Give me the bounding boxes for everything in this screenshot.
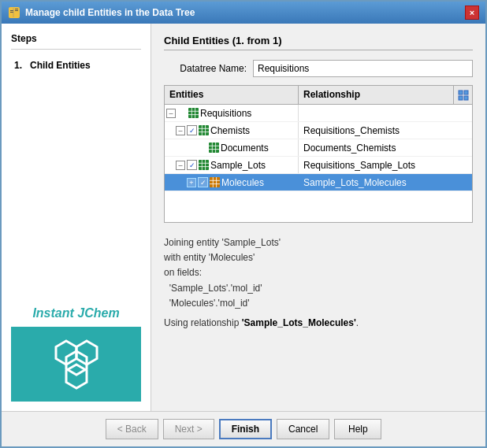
svg-rect-14	[188, 108, 199, 118]
svg-rect-11	[464, 91, 468, 94]
main-content: Child Entities (1. from 1) Datatree Name…	[151, 24, 485, 411]
svg-rect-10	[459, 91, 463, 94]
brand-text: Instant JChem	[11, 306, 141, 327]
brand-hex-icon	[49, 337, 104, 392]
info-line-1: Joining entity 'Sample_Lots'	[164, 235, 473, 250]
svg-rect-12	[459, 96, 463, 100]
info-line-3: on fields:	[164, 265, 473, 280]
svg-rect-24	[209, 143, 219, 153]
expand-btn[interactable]: –	[176, 161, 185, 170]
sidebar-brand: Instant JChem	[11, 298, 141, 402]
svg-rect-2	[10, 12, 13, 13]
next-button[interactable]: Next >	[163, 419, 214, 439]
col-entities: Entities	[165, 86, 299, 104]
help-button[interactable]: Help	[334, 419, 381, 439]
info-line-7: Using relationship 'Sample_Lots_Molecule…	[164, 316, 473, 331]
info-line-2: with entity 'Molecules'	[164, 250, 473, 265]
svg-rect-1	[10, 10, 13, 11]
title-bar: Manage child Entities in the Data Tree ×	[2, 2, 485, 24]
steps-title: Steps	[11, 33, 141, 50]
brand-logo	[11, 327, 141, 402]
tree-cell-entities: – ✓ Chemists	[165, 122, 299, 139]
checkbox[interactable]: ✓	[198, 177, 208, 187]
sidebar: Steps 1. Child Entities Instant JChem	[2, 24, 151, 411]
tree-row[interactable]: Documents Documents_Chemists	[165, 139, 472, 157]
dialog-title: Manage child Entities in the Data Tree	[25, 7, 195, 18]
dialog-footer: < Back Next > Finish Cancel Help	[2, 411, 485, 446]
entity-name: Documents	[221, 143, 269, 154]
tree-icon-btn[interactable]	[453, 86, 472, 104]
sidebar-step-child-entities: 1. Child Entities	[11, 57, 141, 73]
datatree-label: Datatree Name:	[164, 63, 247, 74]
svg-rect-3	[15, 9, 18, 9]
entity-name: Chemists	[210, 125, 250, 136]
tree-cell-entities: – ✓ Sample_Lots	[165, 157, 299, 173]
tree-row[interactable]: – Requisitions	[165, 105, 472, 122]
tree-cell-relationship	[299, 105, 472, 121]
info-line-5: 'Molecules'.'mol_id'	[164, 296, 473, 311]
expand-btn[interactable]: –	[166, 109, 176, 118]
dialog-body: Steps 1. Child Entities Instant JChem	[2, 24, 485, 411]
cancel-button[interactable]: Cancel	[277, 419, 329, 439]
step-number: 1.	[14, 60, 22, 71]
info-line-4: 'Sample_Lots'.'mol_id'	[164, 281, 473, 296]
close-button[interactable]: ×	[465, 6, 479, 20]
svg-marker-9	[66, 365, 87, 388]
entity-name: Sample_Lots	[210, 160, 266, 171]
step-label: Child Entities	[30, 60, 91, 71]
tree-row[interactable]: – ✓ Sample_Lots Requisitions_Sam	[165, 157, 472, 174]
col-relationship: Relationship	[299, 86, 453, 104]
entity-grid-icon	[210, 177, 220, 187]
entity-grid-icon	[199, 125, 209, 135]
tree-body: – Requisitions	[165, 105, 472, 222]
tree-cell-entities: + ✓ Molecules	[165, 174, 299, 191]
tree-cell-entities: Documents	[165, 139, 299, 156]
tree-cell-relationship: Requisitions_Chemists	[299, 122, 472, 139]
entity-name: Molecules	[221, 177, 264, 188]
checkbox[interactable]: ✓	[187, 125, 197, 135]
svg-rect-34	[210, 177, 220, 187]
back-button[interactable]: < Back	[106, 419, 158, 439]
entity-grid-icon	[188, 108, 199, 118]
dialog-window: Manage child Entities in the Data Tree ×…	[0, 0, 487, 448]
tree-header: Entities Relationship	[165, 86, 472, 105]
datatree-input[interactable]	[253, 60, 473, 77]
entity-name: Requisitions	[200, 108, 251, 119]
tree-cell-relationship: Documents_Chemists	[299, 139, 472, 156]
expand-btn[interactable]: +	[187, 178, 196, 187]
info-bold-rel: 'Sample_Lots_Molecules'	[242, 317, 356, 328]
section-title: Child Entities (1. from 1)	[164, 35, 473, 50]
svg-rect-29	[199, 160, 209, 170]
svg-rect-4	[15, 10, 18, 11]
tree-cell-relationship: Requisitions_Sample_Lots	[299, 157, 472, 173]
tree-cell-entities: – Requisitions	[165, 105, 299, 121]
finish-button[interactable]: Finish	[219, 419, 272, 439]
title-bar-left: Manage child Entities in the Data Tree	[8, 6, 195, 19]
svg-rect-13	[464, 96, 468, 100]
tree-row-selected[interactable]: + ✓ Molecules Sample_Lots_Molecu	[165, 174, 472, 191]
tree-cell-relationship: Sample_Lots_Molecules	[299, 174, 472, 191]
tree-container: Entities Relationship	[164, 85, 473, 223]
info-text: Joining entity 'Sample_Lots' with entity…	[164, 231, 473, 335]
dialog-icon	[8, 6, 20, 19]
checkbox[interactable]: ✓	[187, 160, 197, 170]
entity-grid-icon	[199, 160, 209, 170]
entity-grid-icon	[209, 143, 219, 153]
tree-row[interactable]: – ✓ Chemists Requisitions_Chemis	[165, 122, 472, 139]
datatree-name-row: Datatree Name:	[164, 60, 473, 77]
expand-btn[interactable]: –	[176, 126, 185, 135]
svg-rect-19	[199, 125, 209, 135]
tree-action-icon	[458, 90, 469, 101]
